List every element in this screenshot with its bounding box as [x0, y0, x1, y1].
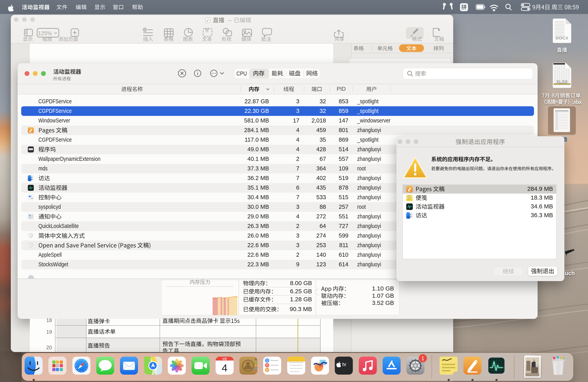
svg-text:DOCX: DOCX: [556, 36, 568, 40]
svg-text:XLSX: XLSX: [556, 79, 568, 84]
svg-text:tv: tv: [342, 362, 346, 367]
svg-text:4: 4: [222, 362, 227, 374]
